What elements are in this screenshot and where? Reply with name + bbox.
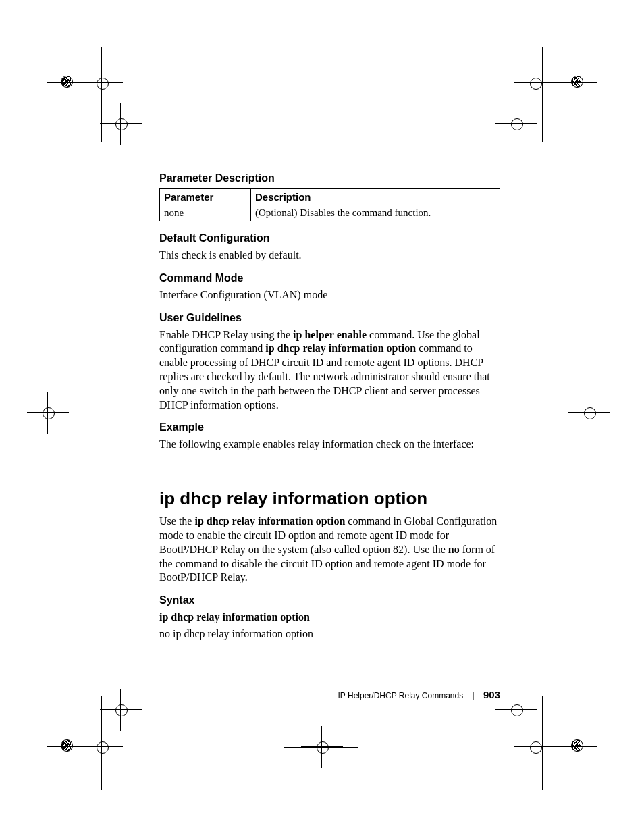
table-cell-description: (Optional) Disables the command function… xyxy=(251,205,500,221)
heading-syntax: Syntax xyxy=(159,594,500,606)
heading-command-mode: Command Mode xyxy=(159,272,500,284)
print-mark-icon xyxy=(542,696,543,790)
table-header-description: Description xyxy=(251,189,500,205)
parameter-table: Parameter Description none (Optional) Di… xyxy=(159,188,500,221)
text-fragment: Use the xyxy=(159,515,194,527)
syntax-line-2: no ip dhcp relay information option xyxy=(159,627,500,642)
table-header-parameter: Parameter xyxy=(160,189,251,205)
print-mark-icon xyxy=(101,696,102,790)
print-mark-icon xyxy=(47,746,122,747)
footer-separator: | xyxy=(473,691,475,700)
text-bold-fragment: ip dhcp relay information option xyxy=(159,611,310,623)
footer-section-name: IP Helper/DHCP Relay Commands xyxy=(338,691,464,700)
syntax-line-1: ip dhcp relay information option xyxy=(159,610,500,625)
text-command-description: Use the ip dhcp relay information option… xyxy=(159,515,500,585)
footer-page-number: 903 xyxy=(483,689,500,700)
print-mark-icon xyxy=(61,76,73,88)
command-title: ip dhcp relay information option xyxy=(159,488,500,509)
print-mark-icon xyxy=(522,746,597,747)
heading-user-guidelines: User Guidelines xyxy=(159,312,500,324)
heading-example: Example xyxy=(159,421,500,434)
print-mark-icon xyxy=(113,702,128,717)
table-header-row: Parameter Description xyxy=(160,189,500,205)
table-row: none (Optional) Disables the command fun… xyxy=(160,205,500,221)
text-bold-fragment: no xyxy=(448,544,460,555)
page-footer: IP Helper/DHCP Relay Commands | 903 xyxy=(159,689,500,700)
print-mark-icon xyxy=(522,82,597,83)
text-command-mode: Interface Configuration (VLAN) mode xyxy=(159,288,500,303)
print-mark-icon xyxy=(61,739,73,752)
print-mark-icon xyxy=(113,116,128,131)
print-mark-icon xyxy=(20,413,74,413)
text-bold-fragment: ip dhcp relay information option xyxy=(194,515,345,527)
print-mark-icon xyxy=(542,47,543,142)
table-cell-parameter: none xyxy=(160,205,251,221)
print-mark-icon xyxy=(284,747,358,748)
print-mark-icon xyxy=(528,739,543,754)
print-mark-icon xyxy=(101,47,102,142)
text-bold-fragment: ip helper enable xyxy=(293,329,367,340)
text-bold-fragment: ip dhcp relay information option xyxy=(265,342,416,354)
text-fragment: Enable DHCP Relay using the xyxy=(159,329,293,340)
print-mark-icon xyxy=(47,82,122,83)
print-mark-icon xyxy=(571,739,583,752)
page-content: Parameter Description Parameter Descript… xyxy=(159,172,500,651)
heading-default-configuration: Default Configuration xyxy=(159,232,500,244)
text-user-guidelines: Enable DHCP Relay using the ip helper en… xyxy=(159,328,500,413)
print-mark-icon xyxy=(509,116,524,131)
heading-parameter-description: Parameter Description xyxy=(159,172,500,184)
print-mark-icon xyxy=(95,76,109,90)
print-mark-icon xyxy=(509,702,524,717)
text-example: The following example enables relay info… xyxy=(159,438,500,452)
print-mark-icon xyxy=(571,76,583,88)
print-mark-icon xyxy=(570,413,624,413)
print-mark-icon xyxy=(528,76,543,90)
print-mark-icon xyxy=(95,739,109,754)
text-default-configuration: This check is enabled by default. xyxy=(159,249,500,263)
